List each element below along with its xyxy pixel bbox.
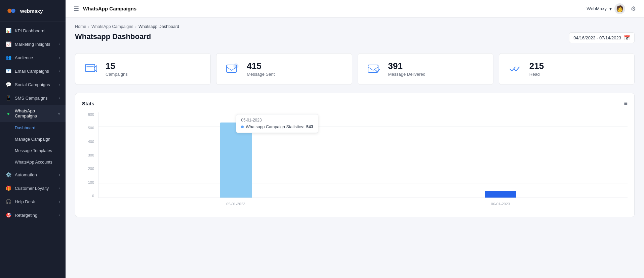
read-label: Read	[529, 72, 544, 77]
delivered-icon-wrap	[365, 60, 383, 78]
sidebar-item-loyalty[interactable]: 🎁 Customer Loyalty ›	[0, 181, 66, 195]
y-label-100: 100	[88, 180, 94, 184]
chart-menu-icon[interactable]: ≡	[624, 100, 628, 107]
sent-icon-wrap	[224, 60, 241, 78]
avatar: 🧑	[614, 3, 625, 14]
sidebar-label-kpi: KPI Dashboard	[15, 28, 60, 33]
sidebar-sub-manage-campaign[interactable]: Manage Campaign	[0, 134, 66, 145]
delivered-number: 391	[388, 61, 426, 71]
sidebar-item-email[interactable]: 📧 Email Campaigns ›	[0, 64, 66, 78]
date-picker[interactable]: 04/16/2023 - 07/14/2023 📅	[569, 32, 635, 43]
chevron-icon: ›	[59, 42, 60, 46]
date-range: 04/16/2023 - 07/14/2023	[573, 35, 621, 40]
sidebar-item-helpdesk[interactable]: 🎧 Help Desk ›	[0, 195, 66, 208]
sidebar-label-email: Email Campaigns	[15, 69, 59, 74]
sidebar-label-retargeting: Retargeting	[15, 213, 59, 218]
user-name: WebMaxy	[587, 6, 607, 11]
chevron-icon: ›	[59, 56, 60, 60]
chevron-icon: ›	[59, 173, 60, 177]
y-label-200: 200	[88, 167, 94, 171]
page-header-row: Whatsapp Dashboard 04/16/2023 - 07/14/20…	[75, 32, 635, 47]
sidebar-label-marketing: Marketing Insights	[15, 42, 59, 47]
chart-section: Stats ≡ 600 500 400 300 200 100 0	[75, 93, 635, 217]
sep-1: ›	[88, 25, 89, 29]
read-number: 215	[529, 61, 544, 71]
chevron-icon: ›	[59, 200, 60, 204]
sidebar-label-social: Social Campaigns	[15, 82, 59, 87]
sms-icon: 📱	[5, 95, 11, 101]
chart-header: Stats ≡	[82, 100, 628, 107]
breadcrumb-home[interactable]: Home	[75, 24, 86, 29]
bar-may	[220, 123, 252, 198]
sidebar-item-social[interactable]: 💬 Social Campaigns ›	[0, 78, 66, 91]
sidebar-sub-dashboard[interactable]: Dashboard	[0, 122, 66, 134]
chevron-icon: ›	[59, 186, 60, 190]
chart-plot: 05-01-2023 Whatsapp Campaign Statistics:…	[98, 112, 628, 198]
sidebar-item-marketing[interactable]: 📈 Marketing Insights ›	[0, 37, 66, 51]
user-menu[interactable]: WebMaxy ▾ 🧑	[587, 3, 625, 14]
retargeting-icon: 🎯	[5, 212, 11, 218]
stat-card-sent: 415 Message Sent	[216, 53, 352, 85]
bar-june	[485, 191, 516, 198]
whatsapp-accounts-label: WhatsApp Accounts	[15, 160, 52, 165]
grid-line-500	[98, 126, 628, 127]
message-templates-label: Message Templates	[15, 148, 52, 153]
stat-card-read: 215 Read	[499, 53, 635, 85]
breadcrumb-section[interactable]: WhatsApp Campaigns	[91, 24, 133, 29]
chevron-icon: ›	[59, 83, 60, 86]
calendar-icon: 📅	[624, 35, 630, 41]
sidebar-item-whatsapp[interactable]: ● WhatsApp Campaigns ∨	[0, 105, 66, 122]
automation-icon: ⚙️	[5, 172, 11, 178]
logo-icon	[5, 5, 17, 17]
topbar-left: ☰ WhatsApp Campaigns	[74, 5, 136, 12]
tooltip-label: Whatsapp Campaign Statistics:	[246, 125, 304, 129]
user-chevron: ▾	[609, 6, 612, 11]
sidebar-item-automation[interactable]: ⚙️ Automation ›	[0, 168, 66, 181]
x-labels: 05-01-2023 06-01-2023	[98, 198, 628, 210]
y-axis: 600 500 400 300 200 100 0	[82, 112, 96, 198]
sidebar-item-retargeting[interactable]: 🎯 Retargeting ›	[0, 208, 66, 222]
chevron-icon: ›	[59, 69, 60, 73]
sidebar-sub-whatsapp-accounts[interactable]: WhatsApp Accounts	[0, 157, 66, 168]
whatsapp-icon: ●	[5, 110, 11, 116]
sidebar-item-kpi[interactable]: 📊 KPI Dashboard	[0, 24, 66, 37]
tooltip-date: 05-01-2023	[241, 118, 313, 123]
sidebar-label-automation: Automation	[15, 172, 59, 177]
email-icon: 📧	[5, 68, 11, 74]
manage-campaign-label: Manage Campaign	[15, 137, 50, 142]
y-label-0: 0	[92, 194, 94, 198]
campaigns-info: 15 Campaigns	[106, 61, 128, 77]
brand-name: webmaxy	[20, 8, 43, 14]
sidebar-label-audience: Audience	[15, 55, 59, 60]
stat-card-delivered: 391 Message Delivered	[358, 53, 493, 85]
helpdesk-icon: 🎧	[5, 199, 11, 205]
hamburger-icon[interactable]: ☰	[74, 5, 79, 12]
y-label-400: 400	[88, 140, 94, 144]
sent-info: 415 Message Sent	[247, 61, 275, 77]
sidebar-header: webmaxy	[0, 0, 66, 22]
sidebar-sub-message-templates[interactable]: Message Templates	[0, 145, 66, 157]
delivered-info: 391 Message Delivered	[388, 61, 426, 77]
campaigns-number: 15	[106, 61, 128, 71]
sidebar-label-helpdesk: Help Desk	[15, 199, 59, 204]
stat-card-campaigns: 15 Campaigns	[75, 53, 211, 85]
topbar-title: WhatsApp Campaigns	[83, 6, 136, 11]
sidebar: webmaxy 📊 KPI Dashboard 📈 Marketing Insi…	[0, 0, 66, 278]
social-icon: 💬	[5, 81, 11, 88]
tooltip-row: Whatsapp Campaign Statistics: 543	[241, 125, 313, 129]
content: Home › WhatsApp Campaigns › Whatsapp Das…	[66, 18, 644, 278]
main-area: ☰ WhatsApp Campaigns WebMaxy ▾ 🧑 ⚙ Home …	[66, 0, 644, 278]
read-info: 215 Read	[529, 61, 544, 77]
settings-icon[interactable]: ⚙	[631, 5, 636, 12]
x-label-may: 05-01-2023	[226, 202, 245, 206]
delivered-label: Message Delivered	[388, 72, 426, 77]
sidebar-item-audience[interactable]: 👥 Audience ›	[0, 51, 66, 64]
campaigns-icon-wrap	[83, 60, 100, 78]
sidebar-item-sms[interactable]: 📱 SMS Campaigns ›	[0, 91, 66, 105]
chart-title: Stats	[82, 101, 94, 106]
marketing-icon: 📈	[5, 41, 11, 47]
sent-icon	[225, 62, 240, 76]
sidebar-nav: 📊 KPI Dashboard 📈 Marketing Insights › 👥…	[0, 22, 66, 278]
svg-point-1	[11, 9, 15, 13]
stats-cards: 15 Campaigns 415 Message Sent	[75, 53, 635, 85]
